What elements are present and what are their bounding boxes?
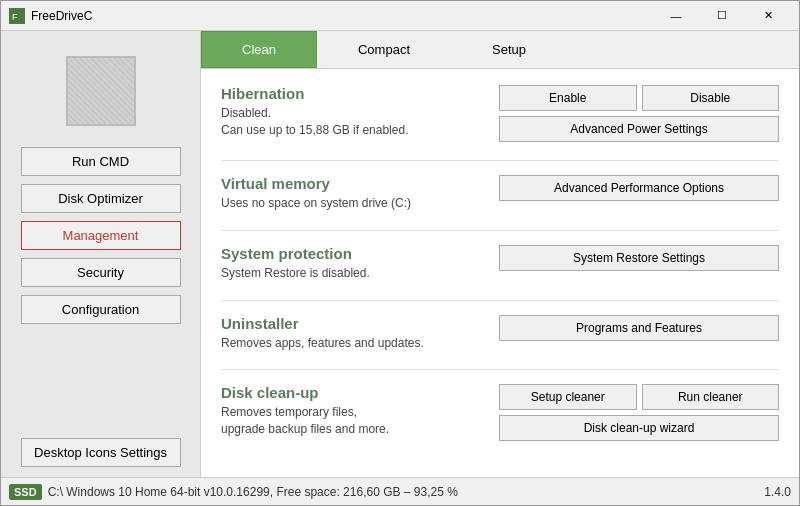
tab-compact[interactable]: Compact <box>317 31 451 68</box>
advanced-performance-button[interactable]: Advanced Performance Options <box>499 175 779 201</box>
desktop-icons-button[interactable]: Desktop Icons Settings <box>21 438 181 467</box>
system-protection-desc: System Restore is disabled. <box>221 265 479 282</box>
disk-cleanup-toggle-row: Setup cleaner Run cleaner <box>499 384 779 410</box>
minimize-button[interactable]: — <box>653 1 699 31</box>
disk-optimizer-button[interactable]: Disk Optimizer <box>21 184 181 213</box>
status-bar: SSD C:\ Windows 10 Home 64-bit v10.0.162… <box>1 477 799 505</box>
status-text: C:\ Windows 10 Home 64-bit v10.0.16299, … <box>48 485 458 499</box>
hibernation-title: Hibernation <box>221 85 479 102</box>
virtual-memory-info: Virtual memory Uses no space on system d… <box>221 175 499 212</box>
hibernation-toggle-row: Enable Disable <box>499 85 779 111</box>
run-cmd-button[interactable]: Run CMD <box>21 147 181 176</box>
uninstaller-info: Uninstaller Removes apps, features and u… <box>221 315 499 352</box>
uninstaller-title: Uninstaller <box>221 315 479 332</box>
uninstaller-desc: Removes apps, features and updates. <box>221 335 479 352</box>
app-title: FreeDriveC <box>31 9 653 23</box>
content-body: Hibernation Disabled.Can use up to 15,88… <box>201 69 799 477</box>
disk-cleanup-actions: Setup cleaner Run cleaner Disk clean-up … <box>499 384 779 441</box>
uninstaller-section: Uninstaller Removes apps, features and u… <box>221 315 779 352</box>
main-container: Run CMD Disk Optimizer Management Securi… <box>1 31 799 477</box>
virtual-memory-section: Virtual memory Uses no space on system d… <box>221 175 779 212</box>
tab-clean[interactable]: Clean <box>201 31 317 68</box>
system-protection-title: System protection <box>221 245 479 262</box>
security-button[interactable]: Security <box>21 258 181 287</box>
maximize-button[interactable]: ☐ <box>699 1 745 31</box>
system-protection-actions: System Restore Settings <box>499 245 779 271</box>
title-bar: F FreeDriveC — ☐ ✕ <box>1 1 799 31</box>
advanced-power-settings-button[interactable]: Advanced Power Settings <box>499 116 779 142</box>
ssd-badge: SSD <box>9 484 42 500</box>
disk-cleanup-title: Disk clean-up <box>221 384 479 401</box>
system-restore-row: System Restore Settings <box>499 245 779 271</box>
hibernation-enable-button[interactable]: Enable <box>499 85 637 111</box>
version-text: 1.4.0 <box>764 485 791 499</box>
virtual-memory-title: Virtual memory <box>221 175 479 192</box>
programs-features-row: Programs and Features <box>499 315 779 341</box>
hibernation-advanced-row: Advanced Power Settings <box>499 116 779 142</box>
disk-cleanup-desc: Removes temporary files,upgrade backup f… <box>221 404 479 438</box>
system-protection-section: System protection System Restore is disa… <box>221 245 779 282</box>
system-protection-info: System protection System Restore is disa… <box>221 245 499 282</box>
uninstaller-actions: Programs and Features <box>499 315 779 341</box>
app-logo <box>61 51 141 131</box>
run-cleaner-button[interactable]: Run cleaner <box>642 384 780 410</box>
content-area: Clean Compact Setup Hibernation Disabled… <box>201 31 799 477</box>
disk-cleanup-info: Disk clean-up Removes temporary files,up… <box>221 384 499 438</box>
tab-setup[interactable]: Setup <box>451 31 567 68</box>
virtual-memory-actions: Advanced Performance Options <box>499 175 779 201</box>
app-icon: F <box>9 8 25 24</box>
hibernation-disable-button[interactable]: Disable <box>642 85 780 111</box>
system-restore-settings-button[interactable]: System Restore Settings <box>499 245 779 271</box>
window-controls: — ☐ ✕ <box>653 1 791 31</box>
hibernation-desc: Disabled.Can use up to 15,88 GB if enabl… <box>221 105 479 139</box>
sidebar: Run CMD Disk Optimizer Management Securi… <box>1 31 201 477</box>
logo-image <box>66 56 136 126</box>
disk-cleanup-wizard-row: Disk clean-up wizard <box>499 415 779 441</box>
virtual-memory-desc: Uses no space on system drive (C:) <box>221 195 479 212</box>
hibernation-info: Hibernation Disabled.Can use up to 15,88… <box>221 85 499 139</box>
close-button[interactable]: ✕ <box>745 1 791 31</box>
disk-cleanup-wizard-button[interactable]: Disk clean-up wizard <box>499 415 779 441</box>
virtual-memory-row: Advanced Performance Options <box>499 175 779 201</box>
configuration-button[interactable]: Configuration <box>21 295 181 324</box>
status-left: SSD C:\ Windows 10 Home 64-bit v10.0.162… <box>9 484 458 500</box>
hibernation-actions: Enable Disable Advanced Power Settings <box>499 85 779 142</box>
setup-cleaner-button[interactable]: Setup cleaner <box>499 384 637 410</box>
svg-text:F: F <box>12 12 18 22</box>
management-button[interactable]: Management <box>21 221 181 250</box>
hibernation-section: Hibernation Disabled.Can use up to 15,88… <box>221 85 779 142</box>
disk-cleanup-section: Disk clean-up Removes temporary files,up… <box>221 384 779 441</box>
tabs-bar: Clean Compact Setup <box>201 31 799 69</box>
programs-and-features-button[interactable]: Programs and Features <box>499 315 779 341</box>
